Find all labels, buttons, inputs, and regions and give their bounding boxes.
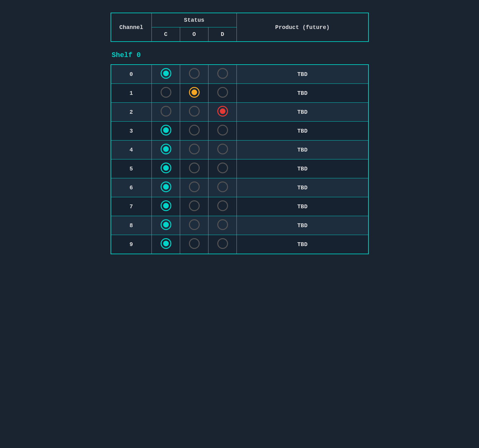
radio-c[interactable] [161, 87, 171, 98]
product-cell: TBD [237, 122, 368, 141]
channel-cell: 5 [111, 159, 152, 178]
col-o-header: O [180, 27, 208, 42]
table-row: 3TBD [111, 122, 368, 141]
radio-c[interactable] [161, 68, 171, 79]
page-container: Channel Status Product (future) C O D Sh… [0, 0, 479, 448]
status-d-cell[interactable] [208, 235, 237, 254]
radio-c[interactable] [161, 144, 171, 154]
radio-c[interactable] [161, 219, 171, 230]
table-row: 0TBD [111, 65, 368, 84]
status-d-cell[interactable] [208, 84, 237, 103]
status-d-cell[interactable] [208, 159, 237, 178]
header-table: Channel Status Product (future) C O D [111, 13, 369, 42]
status-c-cell[interactable] [152, 65, 180, 84]
radio-d[interactable] [217, 181, 228, 192]
status-c-cell[interactable] [152, 141, 180, 159]
radio-d[interactable] [217, 68, 228, 79]
product-cell: TBD [237, 65, 368, 84]
radio-c[interactable] [161, 125, 171, 135]
radio-c[interactable] [161, 106, 171, 117]
status-d-cell[interactable] [208, 178, 237, 197]
main-wrapper: Channel Status Product (future) C O D Sh… [111, 13, 369, 254]
status-o-cell[interactable] [180, 122, 208, 141]
radio-d[interactable] [217, 200, 228, 211]
radio-o[interactable] [189, 200, 200, 211]
data-table: 0TBD1TBD2TBD3TBD4TBD5TBD6TBD7TBD8TBD9TBD [111, 64, 369, 254]
channel-cell: 8 [111, 216, 152, 235]
channel-cell: 7 [111, 197, 152, 216]
product-cell: TBD [237, 235, 368, 254]
table-row: 8TBD [111, 216, 368, 235]
status-o-cell[interactable] [180, 159, 208, 178]
radio-o[interactable] [189, 106, 200, 117]
radio-o[interactable] [189, 144, 200, 154]
radio-o[interactable] [189, 68, 200, 79]
radio-o[interactable] [189, 163, 200, 173]
radio-d[interactable] [217, 106, 228, 117]
radio-d[interactable] [217, 238, 228, 249]
status-c-cell[interactable] [152, 84, 180, 103]
product-cell: TBD [237, 159, 368, 178]
product-cell: TBD [237, 141, 368, 159]
shelf-label: Shelf 0 [112, 51, 369, 59]
status-d-cell[interactable] [208, 65, 237, 84]
table-row: 2TBD [111, 103, 368, 122]
radio-d[interactable] [217, 125, 228, 135]
status-d-cell[interactable] [208, 141, 237, 159]
status-o-cell[interactable] [180, 197, 208, 216]
status-o-cell[interactable] [180, 235, 208, 254]
status-c-cell[interactable] [152, 122, 180, 141]
status-header: Status [152, 13, 237, 27]
channel-header: Channel [111, 13, 152, 42]
status-o-cell[interactable] [180, 216, 208, 235]
channel-cell: 2 [111, 103, 152, 122]
status-c-cell[interactable] [152, 159, 180, 178]
status-o-cell[interactable] [180, 103, 208, 122]
channel-cell: 1 [111, 84, 152, 103]
table-row: 1TBD [111, 84, 368, 103]
table-row: 4TBD [111, 141, 368, 159]
channel-cell: 0 [111, 65, 152, 84]
status-d-cell[interactable] [208, 197, 237, 216]
status-c-cell[interactable] [152, 103, 180, 122]
radio-o[interactable] [189, 219, 200, 230]
col-d-header: D [208, 27, 237, 42]
product-cell: TBD [237, 197, 368, 216]
status-c-cell[interactable] [152, 178, 180, 197]
channel-cell: 4 [111, 141, 152, 159]
status-d-cell[interactable] [208, 216, 237, 235]
status-o-cell[interactable] [180, 178, 208, 197]
radio-d[interactable] [217, 219, 228, 230]
status-o-cell[interactable] [180, 84, 208, 103]
radio-c[interactable] [161, 181, 171, 192]
channel-cell: 6 [111, 178, 152, 197]
radio-o[interactable] [189, 87, 200, 98]
product-cell: TBD [237, 103, 368, 122]
table-row: 7TBD [111, 197, 368, 216]
channel-cell: 3 [111, 122, 152, 141]
radio-o[interactable] [189, 125, 200, 135]
table-row: 9TBD [111, 235, 368, 254]
status-c-cell[interactable] [152, 216, 180, 235]
radio-o[interactable] [189, 181, 200, 192]
radio-d[interactable] [217, 163, 228, 173]
radio-c[interactable] [161, 238, 171, 249]
radio-c[interactable] [161, 200, 171, 211]
product-cell: TBD [237, 216, 368, 235]
status-d-cell[interactable] [208, 103, 237, 122]
channel-cell: 9 [111, 235, 152, 254]
table-row: 5TBD [111, 159, 368, 178]
status-d-cell[interactable] [208, 122, 237, 141]
status-c-cell[interactable] [152, 235, 180, 254]
product-cell: TBD [237, 178, 368, 197]
radio-c[interactable] [161, 163, 171, 173]
radio-d[interactable] [217, 87, 228, 98]
radio-o[interactable] [189, 238, 200, 249]
product-cell: TBD [237, 84, 368, 103]
status-o-cell[interactable] [180, 141, 208, 159]
radio-d[interactable] [217, 144, 228, 154]
status-c-cell[interactable] [152, 197, 180, 216]
status-o-cell[interactable] [180, 65, 208, 84]
table-row: 6TBD [111, 178, 368, 197]
col-c-header: C [152, 27, 180, 42]
